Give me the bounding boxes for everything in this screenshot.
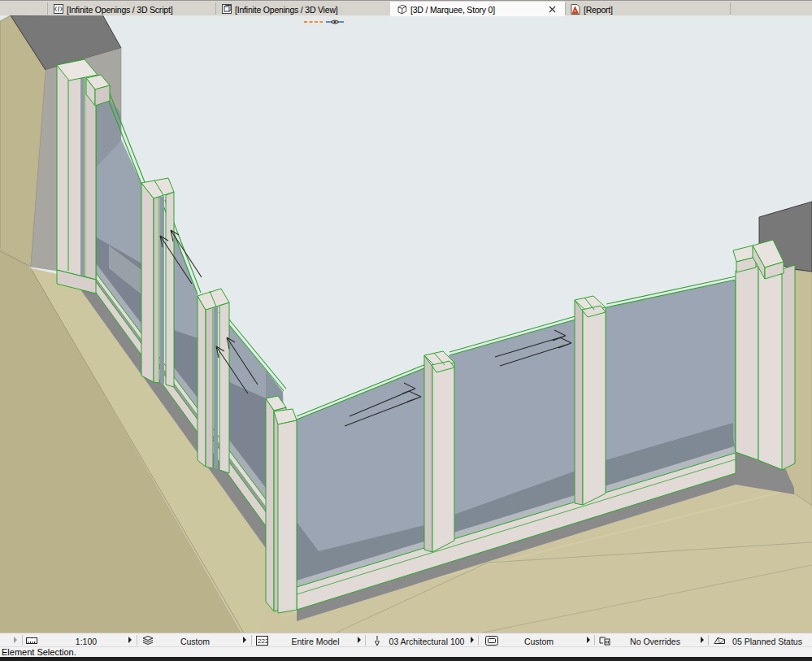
svg-text:222: 222 bbox=[258, 637, 268, 645]
